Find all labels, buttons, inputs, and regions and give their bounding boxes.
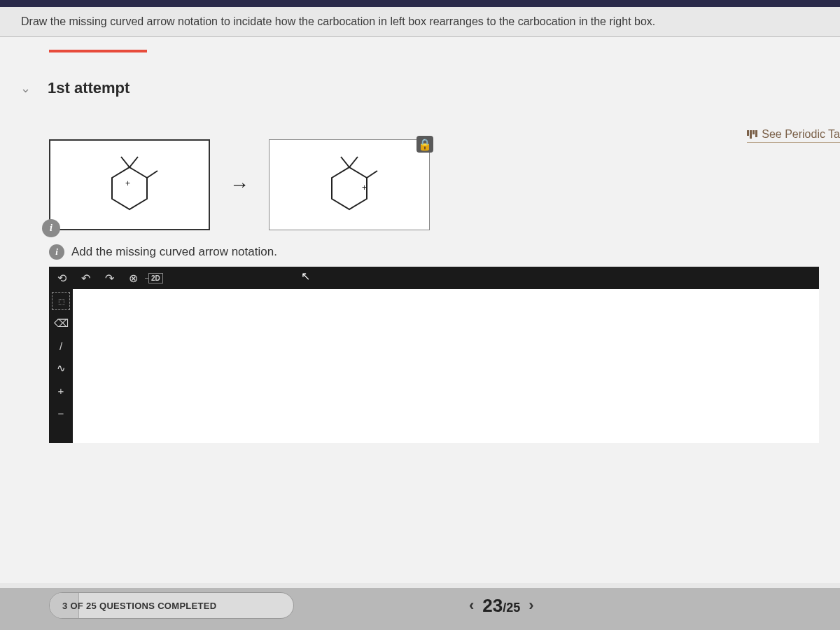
mode-2d-button[interactable]: 2D — [148, 273, 163, 284]
bond-tool[interactable]: / — [52, 337, 70, 355]
svg-line-3 — [147, 171, 158, 178]
svg-text:+: + — [125, 178, 130, 188]
lock-icon: 🔒 — [416, 136, 433, 153]
svg-marker-0 — [112, 167, 147, 209]
charge-plus-tool[interactable]: + — [52, 382, 70, 400]
close-button[interactable]: ⊗ — [125, 270, 141, 286]
reaction-arrow-icon: → — [224, 174, 255, 196]
attempt-title: 1st attempt — [48, 79, 130, 97]
progress-indicator: 3 OF 25 QUESTIONS COMPLETED — [49, 592, 294, 619]
chain-tool[interactable]: ∿ — [52, 359, 70, 377]
svg-line-6 — [341, 157, 349, 167]
left-structure-box[interactable]: + i — [49, 139, 210, 230]
collapse-attempt-chevron[interactable]: ⌄ — [17, 80, 34, 96]
total-questions: 25 — [506, 601, 520, 615]
right-structure-box: 🔒 + — [269, 139, 430, 230]
question-pagination: ‹ 23/25 › — [469, 595, 534, 617]
hint-text: Add the missing curved arrow notation. — [71, 245, 277, 259]
molecule-left: + — [88, 150, 172, 220]
orange-accent-bar — [49, 50, 147, 52]
top-accent-bar — [0, 0, 840, 7]
cursor-icon: ↖ — [301, 270, 310, 283]
svg-line-1 — [121, 157, 130, 167]
progress-text: 3 OF 25 QUESTIONS COMPLETED — [62, 601, 216, 611]
current-question: 23 — [482, 595, 503, 616]
eraser-tool[interactable]: ⌫ — [52, 314, 70, 332]
prev-question-button[interactable]: ‹ — [469, 596, 474, 615]
svg-line-8 — [367, 171, 377, 178]
drawing-canvas[interactable] — [73, 289, 819, 443]
editor-top-toolbar: ⟲ ↶ ↷ ⊗ 2D ↖ — [49, 267, 819, 289]
question-prompt: Draw the missing curved arrow notation t… — [0, 7, 840, 37]
periodic-table-link[interactable]: See Periodic Ta — [747, 128, 840, 143]
info-icon[interactable]: i — [42, 219, 60, 237]
undo-button[interactable]: ↶ — [77, 270, 94, 286]
redo-button[interactable]: ↷ — [101, 270, 118, 286]
molecule-right: + — [307, 150, 391, 220]
hint-info-icon[interactable]: i — [49, 244, 64, 260]
svg-line-7 — [349, 157, 358, 167]
charge-minus-tool[interactable]: − — [52, 404, 70, 422]
marquee-tool[interactable]: ⬚ — [52, 292, 70, 310]
reset-button[interactable]: ⟲ — [53, 270, 70, 286]
svg-text:+: + — [362, 183, 367, 192]
periodic-link-text: See Periodic Ta — [762, 128, 840, 141]
page-number: 23/25 — [482, 595, 520, 617]
svg-line-2 — [130, 157, 138, 167]
bar-chart-icon — [747, 130, 757, 139]
editor-side-toolbar: ⬚ ⌫ / ∿ + − — [49, 289, 73, 443]
next-question-button[interactable]: › — [528, 596, 533, 615]
